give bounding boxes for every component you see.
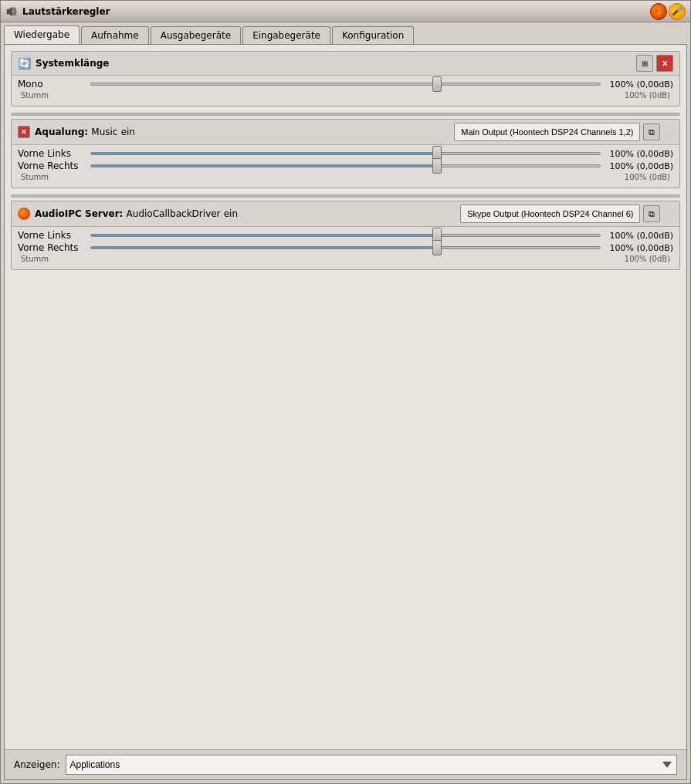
anzeigen-dropdown[interactable]: Applications All streams Important strea…: [66, 755, 677, 775]
tabbar: Wiedergabe Aufnahme Ausgabegeräte Eingab…: [1, 22, 690, 44]
tab-konfiguration[interactable]: Konfiguration: [332, 26, 414, 44]
aqualung-name-text: Aqualung: [35, 127, 84, 137]
audioipc-vr-track: [90, 246, 601, 249]
audioipc-firefox-icon: [18, 208, 30, 220]
audioipc-label-left: Stumm: [21, 255, 49, 263]
aqualung-vr-container[interactable]: [87, 164, 604, 167]
audioipc-vl-label: Vorne Links: [18, 230, 87, 241]
audioipc-name-text: AudioIPC Server: [35, 208, 120, 219]
audioipc-header-left: AudioIPC Server: AudioCallbackDriver ein: [18, 208, 238, 220]
audioipc-name: AudioIPC Server: AudioCallbackDriver ein: [35, 208, 238, 219]
aqualung-status: ein: [121, 127, 135, 137]
mono-label-right: 100% (0dB): [625, 91, 670, 100]
settings-icon: ⊞: [642, 59, 648, 68]
audioipc-copy-icon: ⧉: [649, 209, 655, 219]
aqualung-vr-label: Vorne Rechts: [18, 161, 87, 171]
aqualung-name: Aqualung: Music ein: [35, 127, 135, 137]
systemklang-close-button[interactable]: ✕: [656, 55, 673, 72]
volume-icon: [5, 5, 18, 18]
aqualung-vl-label: Vorne Links: [18, 148, 87, 159]
audioipc-header-right: Skype Output (Hoontech DSP24 Channel 6) …: [460, 204, 673, 223]
audioipc-vl-row: Vorne Links 100% (0,00dB): [18, 230, 673, 241]
audioipc-vr-label: Vorne Rechts: [18, 242, 87, 253]
aqualung-sliders: Vorne Links 100% (0,00dB) Vorne Rechts: [12, 145, 679, 188]
mono-slider-container[interactable]: [87, 83, 604, 86]
aqualung-header: ✕ Aqualung: Music ein Main Output (Hoont…: [12, 120, 679, 145]
aqualung-header-right: Main Output (Hoontech DSP24 Channels 1,2…: [454, 123, 673, 141]
titlebar-title: Lautstärkeregler: [22, 6, 110, 17]
mono-slider-value: 100% (0,00dB): [604, 79, 673, 90]
systemklang-name: Systemklänge: [36, 58, 109, 69]
tab-ausgabegeraete[interactable]: Ausgabegeräte: [151, 26, 241, 44]
systemklang-sliders: Mono 100% (0,00dB) Stumm 100% (0dB): [12, 76, 679, 106]
close-icon: ✕: [662, 59, 668, 68]
mono-slider-track: [90, 83, 601, 86]
systemklang-header: 🔄 Systemklänge ⊞ ✕: [12, 52, 679, 76]
aqualung-section: ✕ Aqualung: Music ein Main Output (Hoont…: [11, 119, 680, 188]
aqualung-close-button[interactable]: ✕: [18, 126, 30, 138]
audioipc-copy-button[interactable]: ⧉: [643, 205, 660, 222]
aqualung-sublabel: Music: [91, 127, 117, 137]
aqualung-output-button[interactable]: Main Output (Hoontech DSP24 Channels 1,2…: [454, 123, 640, 141]
systemklang-section: 🔄 Systemklänge ⊞ ✕ Mono: [11, 51, 680, 106]
aqualung-label-left: Stumm: [21, 173, 49, 181]
mono-slider-row: Mono 100% (0,00dB): [18, 79, 673, 90]
bottom-bar: Anzeigen: Applications All streams Impor…: [5, 749, 686, 779]
systemklang-header-right: ⊞ ✕: [636, 55, 673, 72]
audioipc-heart-icon: ♡: [663, 208, 673, 220]
audioipc-vr-row: Vorne Rechts 100% (0,00dB): [18, 242, 673, 253]
audioipc-sublabel: AudioCallbackDriver: [127, 208, 221, 219]
mic-button[interactable]: 🎤: [669, 3, 686, 20]
audioipc-output-button[interactable]: Skype Output (Hoontech DSP24 Channel 6): [460, 204, 640, 223]
aqualung-vl-value: 100% (0,00dB): [604, 149, 673, 159]
audioipc-vl-value: 100% (0,00dB): [604, 231, 673, 241]
audioipc-label-right: 100% (0dB): [625, 255, 670, 263]
aqualung-vl-track: [90, 152, 601, 155]
systemklang-icon: 🔄: [18, 57, 31, 69]
audioipc-sliders: Vorne Links 100% (0,00dB) Vorne Rechts: [12, 227, 679, 269]
tab-wiedergabe[interactable]: Wiedergabe: [4, 25, 80, 44]
aqualung-vl-container[interactable]: [87, 152, 604, 155]
audioipc-slider-labels: Stumm 100% (0dB): [18, 255, 673, 263]
audioipc-header: AudioIPC Server: AudioCallbackDriver ein…: [12, 201, 679, 227]
audioipc-vr-thumb[interactable]: [432, 240, 442, 255]
audioipc-vl-container[interactable]: [87, 234, 604, 237]
audioipc-vl-track: [90, 234, 601, 237]
tab-aufnahme[interactable]: Aufnahme: [81, 26, 149, 44]
audioipc-section: AudioIPC Server: AudioCallbackDriver ein…: [11, 201, 680, 270]
aqualung-heart-icon: ♡: [663, 126, 673, 138]
audioipc-vr-container[interactable]: [87, 246, 604, 249]
firefox-button[interactable]: [650, 3, 667, 20]
aqualung-label-right: 100% (0dB): [625, 173, 670, 181]
aqualung-slider-labels: Stumm 100% (0dB): [18, 173, 673, 181]
anzeigen-label: Anzeigen:: [14, 759, 59, 770]
titlebar: Lautstärkeregler 🎤: [1, 1, 690, 22]
audioipc-status: ein: [224, 208, 238, 219]
audioipc-vr-value: 100% (0,00dB): [604, 243, 673, 253]
aqualung-vr-row: Vorne Rechts 100% (0,00dB): [18, 161, 673, 171]
tab-eingabegeraete[interactable]: Eingabegeräte: [242, 26, 330, 44]
separator-2: [11, 194, 680, 198]
titlebar-left: Lautstärkeregler: [5, 5, 110, 18]
systemklang-settings-button[interactable]: ⊞: [636, 55, 653, 72]
main-content: 🔄 Systemklänge ⊞ ✕ Mono: [4, 44, 687, 780]
separator-1: [11, 113, 680, 116]
mono-label: Mono: [18, 79, 87, 90]
scroll-area[interactable]: 🔄 Systemklänge ⊞ ✕ Mono: [5, 45, 686, 749]
aqualung-close-icon: ✕: [21, 128, 27, 136]
aqualung-vr-value: 100% (0,00dB): [604, 161, 673, 171]
copy-icon: ⧉: [649, 127, 655, 137]
mono-slider-thumb[interactable]: [432, 76, 442, 92]
aqualung-vr-track: [90, 164, 601, 167]
main-window: Lautstärkeregler 🎤 Wiedergabe Aufnahme A…: [0, 0, 691, 784]
systemklang-header-left: 🔄 Systemklänge: [18, 57, 109, 69]
aqualung-header-left: ✕ Aqualung: Music ein: [18, 126, 135, 138]
mono-slider-labels: Stumm 100% (0dB): [18, 91, 673, 100]
aqualung-copy-button[interactable]: ⧉: [643, 123, 660, 140]
aqualung-vr-thumb[interactable]: [432, 158, 442, 174]
aqualung-vl-row: Vorne Links 100% (0,00dB): [18, 148, 673, 159]
mono-label-left: Stumm: [21, 91, 49, 100]
titlebar-buttons: 🎤: [650, 3, 686, 20]
